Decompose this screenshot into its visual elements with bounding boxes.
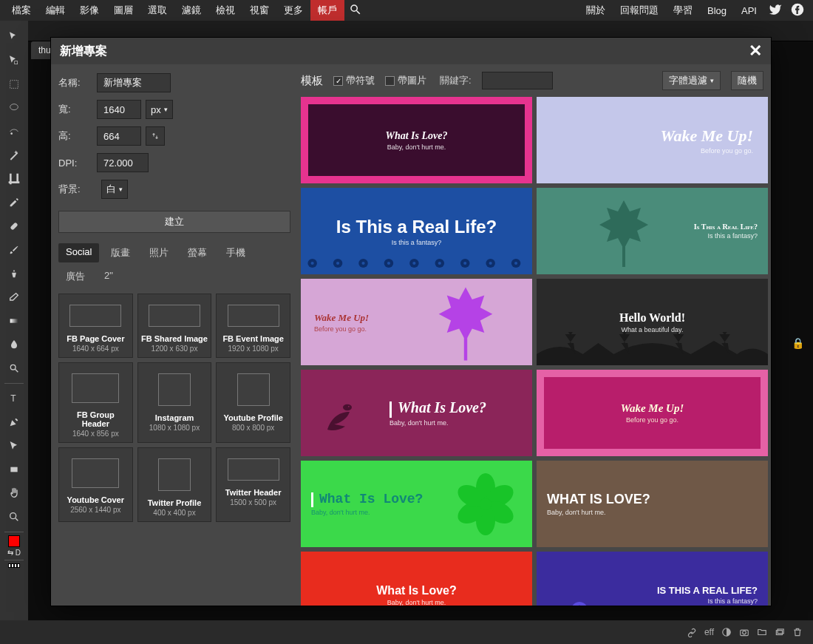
preset-tab-photo[interactable]: 照片 — [142, 243, 176, 262]
template-item[interactable]: Hello World!What a beautiful day. — [537, 279, 768, 365]
preset-item[interactable]: FB Page Cover 1640 x 664 px — [58, 294, 133, 358]
link-api[interactable]: API — [734, 5, 764, 16]
menu-image[interactable]: 影像 — [72, 0, 106, 21]
preset-item[interactable]: Youtube Profile 800 x 800 px — [216, 362, 290, 443]
template-item[interactable]: Is This a Real Life?Is this a fantasy? — [301, 188, 532, 274]
preset-tab-2inch[interactable]: 2" — [97, 267, 120, 286]
folder-icon[interactable] — [757, 627, 767, 637]
path-select-tool[interactable] — [5, 437, 23, 455]
preset-item[interactable]: FB Group Header 1640 x 856 px — [58, 362, 133, 443]
template-item[interactable]: Wake Me Up!Before you go go. — [301, 279, 532, 365]
foreground-color-swatch[interactable] — [8, 535, 20, 547]
gradient-tool[interactable] — [5, 312, 23, 330]
template-item[interactable]: Is This a Real Life?Is this a fantasy? — [537, 188, 768, 274]
trash-icon[interactable] — [792, 627, 803, 637]
menu-more[interactable]: 更多 — [276, 0, 310, 21]
svg-rect-30 — [464, 332, 467, 361]
template-item[interactable]: Wake Me Up!Before you go go. — [537, 370, 768, 456]
clone-tool[interactable] — [5, 265, 23, 282]
template-item[interactable]: What Is Love?Baby, don't hurt me. — [537, 461, 768, 547]
template-title: Is This a Real Life? — [336, 217, 497, 237]
template-item[interactable]: Is This a Real Life?Is this a fantasy? — [537, 552, 768, 606]
random-button[interactable]: 隨機 — [731, 71, 763, 90]
unit-select[interactable]: px ▾ — [146, 100, 173, 119]
template-item[interactable]: What Is Love?Baby, don't hurt me. — [301, 370, 532, 456]
preset-thumb — [158, 458, 191, 491]
preset-item[interactable]: FB Shared Image 1200 x 630 px — [137, 294, 212, 358]
twitter-icon[interactable] — [769, 3, 782, 18]
artboard-tool[interactable] — [5, 52, 23, 70]
menu-window[interactable]: 視窗 — [242, 0, 276, 21]
menu-filter[interactable]: 濾鏡 — [174, 0, 208, 21]
layers-icon[interactable] — [775, 627, 785, 637]
menu-view[interactable]: 檢視 — [208, 0, 242, 21]
pen-tool[interactable] — [5, 413, 23, 431]
hand-tool[interactable] — [5, 484, 23, 502]
font-filter-button[interactable]: 字體過濾 ▾ — [662, 71, 721, 90]
template-item[interactable]: What Is Love?Baby, don't hurt me. — [301, 552, 532, 606]
shape-tool[interactable] — [5, 461, 23, 478]
preset-item[interactable]: Twitter Profile 400 x 400 px — [137, 447, 212, 522]
blur-tool[interactable] — [5, 336, 23, 353]
template-item[interactable]: What Is Love?Baby, don't hurt me. — [301, 461, 532, 547]
with-image-checkbox[interactable]: 帶圖片 — [385, 74, 426, 87]
template-item[interactable]: What Is Love?Baby, don't hurt me. — [301, 97, 532, 183]
quick-select-tool[interactable] — [5, 123, 23, 140]
link-learn[interactable]: 學習 — [666, 4, 700, 17]
preset-tab-ads[interactable]: 廣告 — [58, 267, 92, 286]
swap-dimensions-button[interactable] — [146, 126, 165, 146]
menu-edit[interactable]: 編輯 — [38, 0, 72, 21]
preset-tab-screen[interactable]: 螢幕 — [180, 243, 214, 262]
move-tool[interactable] — [5, 28, 23, 46]
template-title: Wake Me Up! — [314, 312, 369, 324]
preset-item[interactable]: Youtube Cover 2560 x 1440 px — [58, 447, 133, 522]
dodge-tool[interactable] — [5, 359, 23, 377]
link-report[interactable]: 回報問題 — [613, 4, 666, 17]
preset-tab-print[interactable]: 版畫 — [103, 243, 137, 262]
template-subtitle: What a beautiful day. — [622, 326, 684, 333]
modal-close-button[interactable]: ✕ — [749, 41, 762, 61]
contrast-icon[interactable] — [721, 627, 732, 637]
width-field[interactable] — [97, 100, 141, 119]
eraser-tool[interactable] — [5, 288, 23, 306]
crop-tool[interactable] — [5, 170, 23, 188]
magic-wand-tool[interactable] — [5, 146, 23, 164]
preset-item[interactable]: Twitter Header 1500 x 500 px — [216, 447, 290, 522]
link-blog[interactable]: Blog — [700, 5, 734, 16]
menu-select[interactable]: 選取 — [140, 0, 174, 21]
preset-thumb — [69, 305, 121, 327]
preset-tab-social[interactable]: Social — [58, 243, 99, 262]
create-button[interactable]: 建立 — [58, 211, 290, 233]
eyedropper-tool[interactable] — [5, 194, 23, 211]
dpi-field[interactable] — [97, 153, 149, 172]
preset-tab-mobile[interactable]: 手機 — [219, 243, 253, 262]
link-icon[interactable] — [687, 627, 697, 637]
name-field[interactable] — [97, 73, 171, 92]
heal-tool[interactable] — [5, 217, 23, 235]
brush-tool[interactable] — [5, 241, 23, 259]
eff-label[interactable]: eff — [704, 627, 714, 637]
camera-icon[interactable] — [739, 627, 749, 637]
with-code-checkbox[interactable]: ✓帶符號 — [333, 74, 375, 87]
link-about[interactable]: 關於 — [579, 4, 613, 17]
default-colors[interactable]: ⇆ D — [7, 549, 21, 557]
facebook-icon[interactable] — [791, 3, 804, 18]
menu-layer[interactable]: 圖層 — [106, 0, 140, 21]
preset-item[interactable]: FB Event Image 1920 x 1080 px — [216, 294, 290, 358]
marquee-tool[interactable] — [5, 75, 23, 93]
lock-icon: 🔒 — [792, 337, 804, 349]
preset-name: Twitter Header — [220, 488, 287, 497]
zoom-tool[interactable] — [5, 508, 23, 526]
lasso-tool[interactable] — [5, 99, 23, 117]
height-field[interactable] — [97, 126, 141, 146]
quickmask-toggle[interactable] — [8, 563, 20, 568]
type-tool[interactable]: T — [5, 390, 23, 407]
preset-item[interactable]: Instagram 1080 x 1080 px — [137, 362, 212, 443]
menu-file[interactable]: 檔案 — [4, 0, 38, 21]
keyword-field[interactable] — [482, 72, 553, 89]
svg-rect-1 — [15, 61, 18, 64]
bg-select[interactable]: 白 ▾ — [101, 180, 128, 199]
search-icon[interactable] — [349, 3, 362, 18]
menu-account[interactable]: 帳戶 — [310, 0, 344, 21]
template-item[interactable]: Wake Me Up!Before you go go. — [537, 97, 768, 183]
